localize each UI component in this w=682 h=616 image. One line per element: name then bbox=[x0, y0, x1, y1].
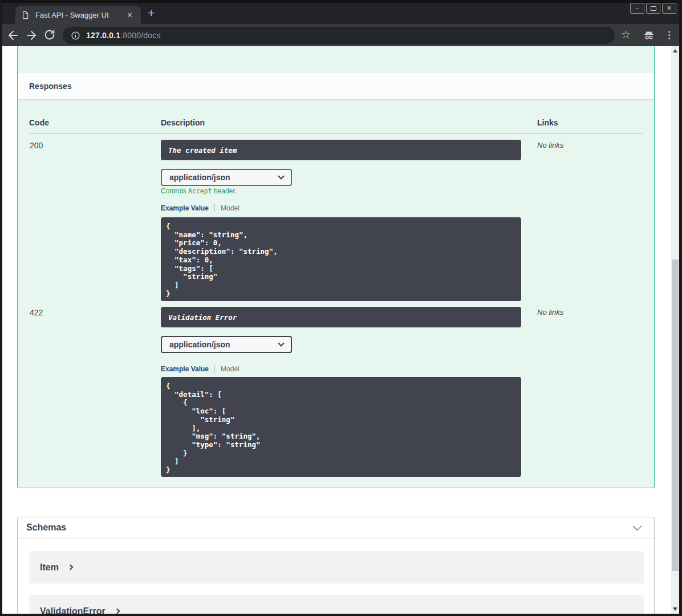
back-button[interactable] bbox=[6, 29, 20, 42]
chevron-down-icon[interactable] bbox=[633, 522, 642, 531]
url-path: :8000/docs bbox=[120, 31, 161, 40]
example-json-422: { "detail": [ { "loc": [ "string" ], "ms… bbox=[161, 377, 521, 477]
response-description-200: The created item bbox=[161, 140, 521, 160]
maximize-button[interactable] bbox=[646, 3, 660, 14]
scroll-up-arrow-icon[interactable] bbox=[673, 49, 677, 52]
url-host: 127.0.0.1 bbox=[86, 31, 120, 40]
media-type-value-200: application/json bbox=[169, 173, 230, 182]
scrollbar-thumb[interactable] bbox=[672, 260, 679, 571]
browser-menu-icon[interactable]: ⋮ bbox=[664, 30, 674, 40]
browser-tab[interactable]: Fast API - Swagger UI ✕ bbox=[15, 6, 141, 24]
media-type-value-422: application/json bbox=[169, 340, 230, 349]
responses-title: Responses bbox=[29, 82, 72, 91]
responses-header: Responses bbox=[18, 73, 654, 99]
table-header-divider bbox=[29, 133, 643, 134]
response-links-422: No links bbox=[537, 308, 563, 317]
response-links-200: No links bbox=[537, 141, 563, 149]
column-header-description: Description bbox=[161, 118, 205, 127]
url-text: 127.0.0.1:8000/docs bbox=[86, 31, 161, 40]
tab-bar: Fast API - Swagger UI ✕ + – ✕ bbox=[0, 3, 682, 24]
responses-panel: Responses Code Description Links 200 The… bbox=[17, 46, 655, 488]
tab-divider bbox=[214, 204, 215, 212]
response-description-422: Validation Error bbox=[161, 307, 521, 327]
window-right-border bbox=[679, 0, 682, 616]
forward-button[interactable] bbox=[25, 29, 38, 42]
chevron-right-icon bbox=[67, 565, 73, 570]
model-name: ValidationError bbox=[40, 606, 105, 614]
response-code-200: 200 bbox=[30, 141, 43, 150]
tab-model-422[interactable]: Model bbox=[221, 365, 239, 373]
minimize-button[interactable]: – bbox=[630, 3, 644, 14]
tab-title: Fast API - Swagger UI bbox=[35, 11, 124, 19]
tab-divider bbox=[214, 365, 215, 373]
schema-model-item[interactable]: Item bbox=[29, 551, 644, 583]
vertical-scrollbar[interactable] bbox=[671, 46, 679, 614]
window-bottom-border bbox=[0, 614, 682, 616]
response-code-422: 422 bbox=[30, 308, 43, 317]
example-model-tabs-422: Example Value Model bbox=[161, 365, 239, 373]
media-type-select-422[interactable]: application/json bbox=[161, 336, 292, 353]
accept-header-note: Controls Accept header. bbox=[161, 187, 237, 195]
tab-example-value-200[interactable]: Example Value bbox=[161, 204, 209, 212]
window-left-border bbox=[0, 0, 2, 616]
schemas-title: Schemas bbox=[26, 522, 66, 533]
example-json-200: { "name": "string", "price": 0, "descrip… bbox=[161, 217, 521, 301]
scroll-down-arrow-icon[interactable] bbox=[673, 607, 677, 611]
model-name: Item bbox=[40, 562, 59, 573]
column-header-links: Links bbox=[537, 118, 558, 127]
reload-button[interactable] bbox=[43, 29, 57, 42]
tab-close-icon[interactable]: ✕ bbox=[124, 10, 135, 20]
chevron-down-icon bbox=[278, 340, 284, 346]
page-content: Responses Code Description Links 200 The… bbox=[2, 46, 671, 614]
window-controls: – ✕ bbox=[630, 3, 676, 14]
schemas-section: Schemas Item ValidationError bbox=[17, 517, 655, 614]
example-model-tabs-200: Example Value Model bbox=[161, 204, 239, 212]
close-button[interactable]: ✕ bbox=[662, 3, 676, 14]
chevron-right-icon bbox=[114, 609, 120, 614]
incognito-icon bbox=[642, 29, 656, 44]
bookmark-star-icon[interactable]: ☆ bbox=[621, 29, 631, 40]
tab-model-200[interactable]: Model bbox=[221, 204, 239, 212]
url-bar[interactable]: 127.0.0.1:8000/docs bbox=[63, 27, 615, 44]
browser-toolbar: 127.0.0.1:8000/docs ☆ ⋮ bbox=[0, 24, 682, 46]
window-top-border bbox=[0, 0, 682, 3]
column-header-code: Code bbox=[29, 118, 49, 127]
new-tab-button[interactable]: + bbox=[148, 7, 155, 19]
maximize-icon bbox=[651, 6, 656, 11]
page-favicon-icon bbox=[21, 11, 30, 19]
schemas-header[interactable]: Schemas bbox=[18, 517, 654, 538]
chevron-down-icon bbox=[278, 173, 284, 179]
media-type-select-200[interactable]: application/json bbox=[161, 169, 292, 186]
site-info-icon[interactable] bbox=[71, 31, 80, 40]
tab-example-value-422[interactable]: Example Value bbox=[161, 365, 209, 373]
schema-model-validationerror[interactable]: ValidationError bbox=[29, 595, 644, 614]
